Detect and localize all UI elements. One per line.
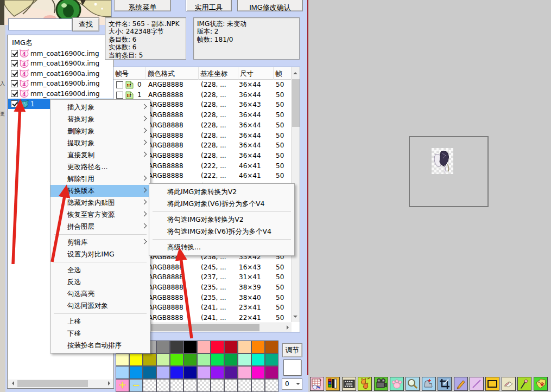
scrollbar-thumb[interactable] — [292, 79, 300, 127]
palette-color-cell[interactable] — [170, 366, 183, 379]
top-button-3[interactable]: IMG修改确认 — [237, 0, 303, 11]
column-header-4[interactable]: 尺寸 — [238, 67, 274, 80]
search-input[interactable] — [8, 18, 72, 30]
palette-color-cell[interactable] — [265, 354, 278, 367]
scrollbar-thumb[interactable] — [151, 324, 259, 331]
img-list-horizontal-scrollbar[interactable] — [8, 380, 113, 388]
palette-remove-button[interactable]: − — [129, 379, 143, 392]
palette-color-cell[interactable] — [116, 354, 129, 367]
cats-tool-button[interactable] — [358, 377, 372, 391]
palette-empty-cell[interactable] — [238, 379, 251, 392]
pencil-tool-button[interactable] — [454, 377, 468, 391]
context-menu-item-13[interactable]: 设置为对比IMG — [50, 248, 150, 260]
adjust-button[interactable]: 调节 — [282, 343, 302, 357]
eyedropper-tool-button[interactable] — [517, 377, 531, 391]
context-menu-item-9[interactable]: 恢复至官方资源 — [50, 209, 150, 221]
transform-tool-button[interactable] — [422, 377, 436, 391]
palette-color-cell[interactable] — [156, 354, 170, 367]
eraser-tool-button[interactable] — [502, 377, 516, 391]
scrollbar-thumb[interactable] — [17, 380, 88, 387]
palette-color-cell[interactable] — [129, 354, 143, 367]
column-header-1[interactable]: 帧号 — [113, 67, 146, 80]
context-menu-item-16[interactable]: 反选 — [50, 276, 150, 288]
context-menu-item-1[interactable]: 替换对象 — [50, 113, 150, 125]
palette-color-cell[interactable] — [129, 366, 143, 379]
context-menu-item-5[interactable]: 更改路径名... — [50, 161, 150, 173]
palette-editor-tool-button[interactable] — [310, 377, 324, 391]
submenu-item-3[interactable]: 将勾选IMG对象转换为V2 — [149, 214, 294, 226]
checkbox[interactable] — [11, 90, 18, 97]
img-list-item[interactable]: 4mm_coat16900d.img — [8, 88, 113, 99]
palette-color-cell[interactable] — [211, 366, 224, 379]
palette-color-cell[interactable] — [156, 340, 170, 354]
submenu-item-0[interactable]: 将此IMG对象转换为V2 — [149, 186, 294, 198]
context-menu-item-21[interactable]: 下移 — [50, 327, 150, 339]
submenu-item-4[interactable]: 将勾选IMG对象(V6)拆分为多个V4 — [149, 226, 294, 237]
palette-color-cell[interactable] — [197, 366, 211, 379]
palette-empty-cell[interactable] — [211, 379, 224, 392]
palette-color-cell[interactable] — [197, 354, 211, 367]
line-tool-button[interactable] — [470, 377, 484, 391]
palette-color-cell[interactable] — [156, 366, 170, 379]
context-menu-item-12[interactable]: 剪辑库 — [50, 236, 150, 248]
column-header-5[interactable]: 帧 — [274, 67, 292, 80]
checkbox[interactable] — [116, 92, 123, 99]
context-menu-item-8[interactable]: 隐藏对象内贴图 — [50, 197, 150, 209]
palette-empty-cell[interactable] — [170, 379, 183, 392]
tag-tool-button[interactable] — [534, 377, 548, 391]
palette-empty-cell[interactable] — [143, 379, 156, 392]
palette-empty-cell[interactable] — [265, 379, 278, 392]
palette-empty-cell[interactable] — [156, 379, 170, 392]
top-button-2[interactable]: 实用工具 — [186, 0, 232, 11]
palette-color-cell[interactable] — [224, 354, 238, 367]
frame-row[interactable]: 0ARGB8888(228, ...36×4450 — [113, 80, 292, 90]
img-list-item[interactable]: 4mm_coat16900x.img — [8, 59, 113, 69]
checkbox[interactable] — [116, 81, 123, 88]
palette-empty-cell[interactable] — [251, 379, 265, 392]
frame-row[interactable]: 1ARGB8888(228, ...36×4450 — [113, 90, 292, 100]
sprite-selection-box[interactable] — [409, 136, 489, 207]
img-list-item[interactable]: 4mm_coat16900b.img — [8, 79, 113, 89]
palette-color-cell[interactable] — [116, 366, 129, 379]
context-menu-item-15[interactable]: 全选 — [50, 264, 150, 276]
rectangle-tool-button[interactable] — [485, 377, 499, 391]
submenu-item-1[interactable]: 将此IMG对象(V6)拆分为多个V4 — [149, 198, 294, 210]
palette-color-cell[interactable] — [183, 366, 197, 379]
palette-color-cell[interactable] — [224, 340, 238, 354]
color-channels-tool-button[interactable] — [326, 377, 340, 391]
context-menu-item-0[interactable]: 插入对象 — [50, 101, 150, 113]
checkbox[interactable] — [11, 60, 18, 67]
movie-camera-tool-button[interactable] — [374, 377, 388, 391]
palette-color-cell[interactable] — [224, 366, 238, 379]
context-menu-item-3[interactable]: 提取对象 — [50, 137, 150, 149]
frame-table-header[interactable]: 帧号颜色格式基准坐标尺寸帧 — [113, 67, 292, 80]
palette-color-cell[interactable] — [211, 354, 224, 367]
submenu-item-6[interactable]: 高级转换... — [149, 241, 294, 253]
checkbox[interactable] — [11, 70, 18, 77]
context-menu-item-4[interactable]: 直接复制 — [50, 149, 150, 161]
scroll-up-icon[interactable] — [292, 67, 300, 75]
palette-color-cell[interactable] — [238, 366, 251, 379]
palette-color-cell[interactable] — [211, 340, 224, 354]
context-menu-item-2[interactable]: 删除对象 — [50, 125, 150, 137]
palette-color-cell[interactable] — [251, 340, 265, 354]
scroll-right-icon[interactable] — [283, 324, 292, 332]
palette-index-dropdown[interactable]: 0 — [282, 378, 302, 390]
context-menu-item-17[interactable]: 勾选高亮 — [50, 288, 150, 300]
context-menu-item-10[interactable]: 拼合图层 — [50, 221, 150, 233]
checkbox[interactable] — [11, 80, 18, 87]
scroll-left-icon[interactable] — [8, 380, 16, 388]
palette-empty-cell[interactable] — [224, 379, 238, 392]
context-menu-item-18[interactable]: 勾选同源对象 — [50, 300, 150, 312]
palette-color-cell[interactable] — [238, 340, 251, 354]
column-header-3[interactable]: 基准坐标 — [199, 67, 238, 80]
img-list-item[interactable]: 4mm_coat16900c.img — [8, 48, 113, 59]
current-color-swatch[interactable] — [283, 359, 301, 376]
paw-tool-button[interactable] — [390, 377, 404, 391]
palette-color-cell[interactable] — [251, 354, 265, 367]
filmstrip-tool-button[interactable] — [342, 377, 356, 391]
img-list-item[interactable]: 4mm_coat16900a.img — [8, 68, 113, 79]
palette-color-cell[interactable] — [183, 354, 197, 367]
context-menu-item-20[interactable]: 上移 — [50, 316, 150, 327]
checkbox[interactable] — [11, 50, 18, 57]
